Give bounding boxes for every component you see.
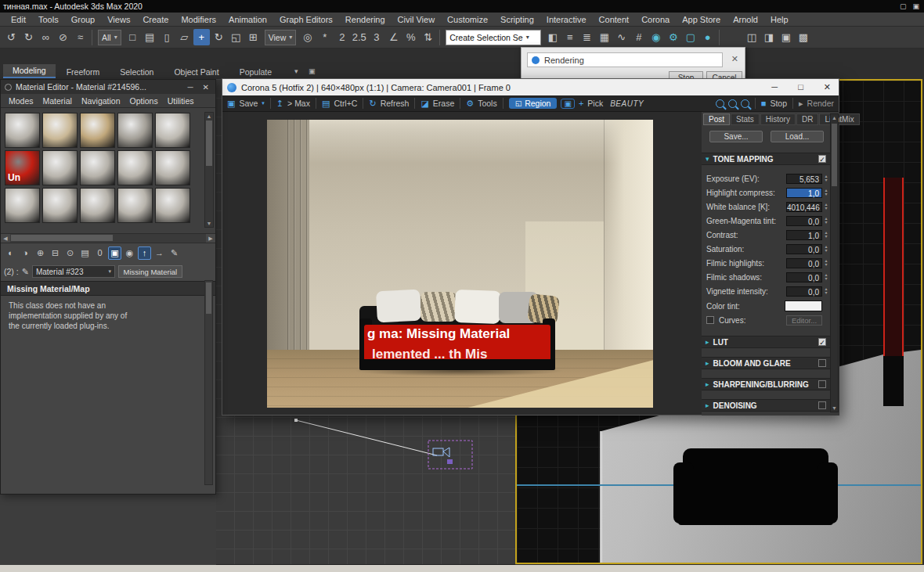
reference-coordinate-dropdown[interactable]: View▾ — [265, 30, 297, 45]
material-swatch[interactable] — [5, 113, 40, 148]
material-editor-icon[interactable]: ◉ — [648, 29, 664, 45]
material-type-button[interactable]: Missing Material — [118, 265, 182, 278]
maximize-icon[interactable]: □ — [798, 82, 803, 92]
color-tint-swatch[interactable] — [785, 300, 822, 311]
refresh-button[interactable]: Refresh — [381, 99, 410, 108]
section-checkbox[interactable] — [818, 401, 826, 409]
menu-customize[interactable]: Customize — [441, 15, 494, 24]
send-to-max-icon[interactable]: ↥ — [276, 99, 283, 109]
pick-material-icon[interactable]: ✎ — [168, 246, 181, 260]
layout-icon[interactable]: ▣ — [912, 0, 919, 13]
snap-toggle-25-icon[interactable]: 2.5 — [351, 29, 367, 45]
render-setup-icon[interactable]: ⚙ — [665, 29, 681, 45]
viewport-layout-icon[interactable]: ◨ — [760, 29, 777, 45]
mirror-icon[interactable]: ◧ — [544, 29, 561, 45]
angle-snap-icon[interactable]: ∠ — [385, 29, 402, 45]
dialog-close-icon[interactable]: ✕ — [731, 54, 738, 64]
copy-button[interactable]: Ctrl+C — [334, 99, 357, 108]
percent-snap-icon[interactable]: % — [402, 29, 419, 45]
pick-icon[interactable]: + — [579, 99, 583, 108]
param-value-field[interactable]: 0,0 — [786, 258, 822, 268]
section-header-sharpening-blurring[interactable]: ▸SHARPENING/BLURRING — [702, 378, 830, 390]
close-icon[interactable]: ✕ — [203, 83, 209, 92]
zoom-in-icon[interactable] — [728, 99, 737, 108]
ribbon-tab-object-paint[interactable]: Object Paint — [164, 66, 228, 78]
param-value-field[interactable]: 1,0 — [786, 188, 822, 198]
region-clear-icon[interactable]: ▣ — [561, 99, 574, 109]
rollout-header[interactable]: Missing Material/Map — [1, 281, 215, 296]
copy-icon[interactable]: ▤ — [322, 99, 330, 109]
tone-mapping-checkbox[interactable]: ✓ — [818, 155, 826, 163]
show-in-viewport-icon[interactable]: ▣ — [108, 246, 121, 260]
ribbon-tab-populate[interactable]: Populate — [230, 66, 281, 78]
start-render-button[interactable]: Render — [807, 99, 834, 108]
material-id-icon[interactable]: 0 — [93, 246, 106, 260]
go-sibling-icon[interactable]: → — [153, 246, 166, 260]
menu-scripting[interactable]: Scripting — [494, 15, 540, 24]
save-icon[interactable]: ▣ — [227, 99, 235, 109]
redo-icon[interactable]: ↻ — [20, 29, 37, 45]
material-swatch[interactable] — [42, 188, 78, 223]
zoom-out-icon[interactable] — [716, 99, 724, 108]
section-header-denoising[interactable]: ▸DENOISING — [702, 399, 830, 412]
named-selection-combo[interactable]: Create Selection Se▾ — [446, 30, 541, 45]
erase-button[interactable]: Erase — [433, 99, 454, 108]
channel-selector[interactable]: BEAUTY — [610, 99, 644, 108]
show-end-result-icon[interactable]: ◉ — [123, 246, 136, 260]
param-spinner[interactable]: ▴▾ — [822, 203, 830, 210]
select-object-icon[interactable]: □ — [125, 29, 141, 45]
section-header-lut[interactable]: ▸LUT✓ — [702, 336, 830, 348]
ribbon-toggle-icon[interactable]: ▦ — [596, 29, 612, 45]
param-value-field[interactable]: 0,0 — [786, 286, 822, 297]
material-swatch[interactable] — [42, 150, 78, 185]
snap-toggle-2-icon[interactable]: 2 — [334, 29, 350, 45]
material-swatch[interactable] — [80, 150, 115, 185]
corona-tab-history[interactable]: History — [760, 113, 796, 125]
save-dropdown-icon[interactable]: ▾ — [262, 100, 265, 106]
minimize-icon[interactable]: ─ — [188, 83, 193, 92]
param-value-field[interactable]: 0,0 — [786, 216, 822, 226]
menu-content[interactable]: Content — [593, 15, 636, 24]
menu-app-store[interactable]: App Store — [676, 15, 727, 24]
menu-create[interactable]: Create — [136, 15, 175, 24]
me-menu-navigation[interactable]: Navigation — [77, 96, 125, 106]
me-menu-material[interactable]: Material — [38, 96, 77, 106]
assign-material-icon[interactable]: ⊕ — [34, 246, 47, 260]
scroll-right-icon[interactable]: ▶ — [206, 234, 215, 243]
erase-icon[interactable]: ◪ — [420, 99, 428, 109]
refresh-icon[interactable]: ↻ — [369, 99, 376, 109]
bind-spacewarp-icon[interactable]: ≈ — [72, 29, 88, 45]
ribbon-minimize-icon[interactable]: ▾ — [291, 66, 301, 77]
material-swatch[interactable] — [5, 188, 40, 223]
me-menu-options[interactable]: Options — [125, 96, 163, 106]
go-to-parent-icon[interactable]: ↑ — [138, 246, 151, 260]
save-button[interactable]: Save — [239, 99, 258, 108]
section-checkbox[interactable] — [818, 359, 826, 367]
unlink-selection-icon[interactable]: ⊘ — [55, 29, 71, 45]
material-swatch[interactable] — [117, 113, 153, 148]
ribbon-tab-selection[interactable]: Selection — [110, 66, 163, 78]
render-production-icon[interactable]: ● — [699, 29, 716, 45]
corona-tab-stats[interactable]: Stats — [731, 113, 760, 125]
put-to-library-icon[interactable]: ▤ — [78, 246, 92, 260]
start-render-icon[interactable]: ▸ — [799, 99, 803, 109]
material-swatch[interactable] — [42, 113, 78, 148]
param-spinner[interactable]: ▴▾ — [822, 217, 830, 225]
workspace-icon[interactable]: ▢ — [900, 0, 907, 13]
section-checkbox[interactable]: ✓ — [818, 338, 826, 346]
snap-toggle-3-icon[interactable]: 3 — [368, 29, 384, 45]
param-spinner[interactable]: ▴▾ — [822, 287, 830, 295]
config-load-button[interactable]: Load... — [771, 131, 824, 142]
select-place-icon[interactable]: ⊞ — [245, 29, 262, 45]
me-menu-utilities[interactable]: Utilities — [163, 96, 199, 106]
make-unique-icon[interactable]: ⊙ — [63, 246, 77, 260]
panel-scrollbar[interactable]: ▲ ▼ — [830, 113, 839, 412]
grid-toggle-icon[interactable]: ▩ — [795, 29, 811, 45]
crossing-region-icon[interactable]: ▱ — [176, 29, 193, 45]
rollout-scrollbar[interactable] — [204, 280, 213, 485]
close-icon[interactable]: ✕ — [824, 82, 831, 92]
material-swatch[interactable] — [155, 188, 190, 223]
corona-tab-post[interactable]: Post — [703, 113, 730, 125]
param-value-field[interactable]: 4010,446 — [786, 202, 822, 212]
put-to-scene-icon[interactable]: ◑ — [19, 246, 32, 260]
